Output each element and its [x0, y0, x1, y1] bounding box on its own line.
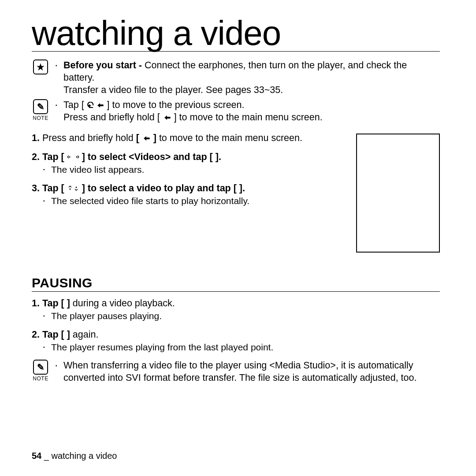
step-3: 3. Tap [ ] to select a video to play and… [32, 182, 346, 207]
pausing-steps: 1. Tap [ ] during a video playback. ▪The… [32, 297, 440, 354]
note-block-2: ✎ NOTE ▪ When transferring a video file … [32, 360, 440, 384]
back-icon [163, 114, 171, 121]
svg-point-3 [75, 187, 77, 188]
bullet-icon: ▪ [56, 99, 60, 112]
page-footer: 54 _ watching a video [32, 451, 117, 461]
note-icon: ✎ [33, 99, 48, 114]
transfer-text: Transfer a video file to the player. See… [56, 84, 440, 97]
bullet-icon: ▪ [43, 164, 48, 176]
star-icon: ★ [33, 60, 48, 74]
pausing-heading: PAUSING [32, 275, 440, 292]
step-2: 2. Tap [ ] to select <Videos> and tap [ … [32, 151, 346, 176]
note-block-1: ✎ NOTE ▪ Tap [ ] to move to the previous… [32, 99, 440, 124]
page-title: watching a video [32, 16, 440, 52]
left-right-icon [67, 154, 79, 160]
back-icon [142, 135, 151, 142]
note-label: NOTE [32, 115, 49, 121]
bullet-icon: ▪ [56, 360, 60, 384]
bullet-icon: ▪ [43, 310, 48, 322]
note-icon: ✎ [33, 360, 48, 375]
bullet-icon: ▪ [43, 195, 48, 207]
up-down-icon [67, 185, 79, 191]
note1-line1: Tap [ ] to move to the previous screen. [63, 99, 244, 112]
step-1: 1. Press and briefly hold [ ] to move to… [32, 132, 346, 145]
note2-text: When transferring a video file to the pl… [63, 360, 440, 384]
back-icon [96, 102, 104, 109]
svg-point-2 [69, 189, 71, 190]
note1-line2: Press and briefly hold [ ] to move to th… [56, 112, 323, 124]
svg-point-1 [76, 156, 77, 157]
before-you-start-text: Before you start - Connect the earphones… [63, 60, 440, 84]
svg-point-0 [69, 156, 70, 157]
bullet-icon: ▪ [56, 60, 60, 84]
pause-step-1: 1. Tap [ ] during a video playback. ▪The… [32, 297, 440, 322]
bullet-icon: ▪ [43, 341, 48, 353]
note-label: NOTE [32, 376, 49, 382]
pause-step-2: 2. Tap [ ] again. ▪The player resumes pl… [32, 328, 440, 353]
star-info-block: ★ ▪ Before you start - Connect the earph… [32, 60, 440, 97]
device-screen-placeholder [356, 134, 440, 253]
main-steps: 1. Press and briefly hold [ ] to move to… [32, 132, 346, 253]
